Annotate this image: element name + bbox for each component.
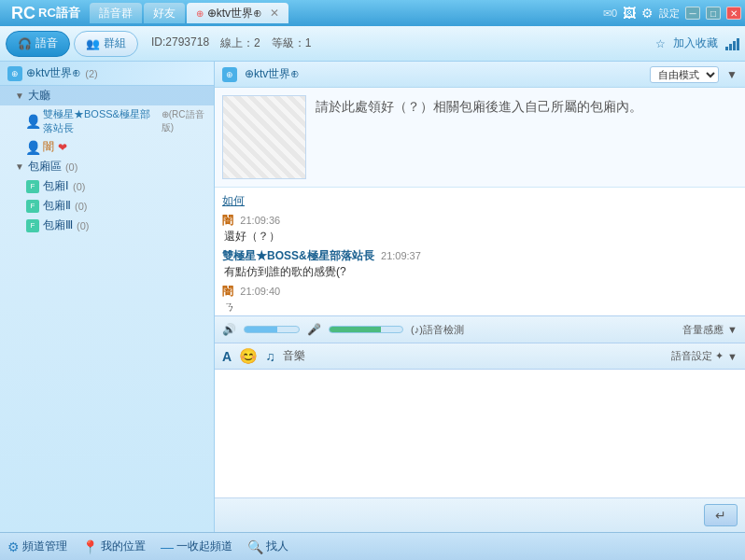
location-icon: 📍 <box>82 539 98 554</box>
tab-haoyou-label: 好友 <box>153 6 176 21</box>
dropdown-icon[interactable]: ▼ <box>727 324 738 335</box>
user-icon: 👤 <box>26 115 39 128</box>
channel-events-label: ▼ <box>726 68 738 81</box>
music-icon: ♫ <box>265 349 275 364</box>
title-bar: RC RC語音 語音群 好友 ⊕ ⊕ktv世界⊕ ✕ ✉0 🖼 ⚙ 設定 ─ □… <box>0 0 745 26</box>
sidebar: ⊕ ⊕ktv世界⊕ (2) ▼ 大廳 👤 雙極星★BOSS&極星部落站長 ⊕(R… <box>0 62 215 532</box>
input-toolbar: A 😊 ♫ 音樂 語音設定 ✦ ▼ <box>215 343 745 370</box>
app-logo: RC RC語音 <box>4 4 88 23</box>
notification-icon: ✉0 <box>603 7 617 20</box>
nav-qunzu-label: 群組 <box>104 35 126 51</box>
text-input[interactable] <box>215 370 745 497</box>
sidebar-room-3[interactable]: F 包廂Ⅲ (0) <box>0 216 214 235</box>
settings-icon[interactable]: ⚙ <box>641 6 654 21</box>
volume-slider[interactable] <box>244 326 300 333</box>
room-2-label: 包廂Ⅱ <box>43 198 71 214</box>
expand-icon-2: ▼ <box>15 161 24 172</box>
heart-icon: ❤ <box>58 141 67 154</box>
chat-channel-icon: ⊕ <box>222 67 237 82</box>
msg-user-an-2: 闇 <box>222 285 233 298</box>
collect-channel-label: 一收起頻道 <box>176 539 232 554</box>
sidebar-user-boss[interactable]: 👤 雙極星★BOSS&極星部落站長 ⊕(RC語音版) <box>0 105 214 137</box>
msg-time-3: 21:09:40 <box>240 286 280 297</box>
font-button[interactable]: A <box>222 349 232 364</box>
room-1-label: 包廂Ⅰ <box>43 178 69 194</box>
chat-area: ⊕ ⊕ktv世界⊕ 自由模式 頻道事件 ▼ 請於此處領好（？）相關包廂後進入自己… <box>215 62 745 532</box>
chat-title: ⊕ktv世界⊕ <box>245 66 300 82</box>
audio-right: 音量感應 ▼ <box>682 323 738 337</box>
msg-content-2: 有點仿到誰的歌的感覺(? <box>222 264 738 280</box>
text-input-wrapper <box>215 370 745 498</box>
online-count: 線上：2 <box>220 35 260 51</box>
tab-yuyin-label: 語音群 <box>99 6 133 21</box>
settings-dropdown-icon[interactable]: ▼ <box>727 351 738 362</box>
sidebar-root-label: ⊕ktv世界⊕ <box>26 65 81 81</box>
collect-icon: — <box>161 539 174 554</box>
sidebar-item-dating[interactable]: ▼ 大廳 <box>0 86 214 105</box>
nav-info: ID:2793718 線上：2 等級：1 <box>151 35 311 51</box>
tab-ktv[interactable]: ⊕ ⊕ktv世界⊕ ✕ <box>187 3 288 23</box>
group-icon: 👥 <box>86 37 100 50</box>
chat-header-controls: 自由模式 頻道事件 ▼ <box>650 66 738 83</box>
minimize-button[interactable]: ─ <box>685 7 700 20</box>
nav-qunzu-button[interactable]: 👥 群組 <box>74 31 138 57</box>
signal-icon <box>725 37 739 50</box>
msg-row-link: 如何 <box>222 193 738 209</box>
channel-manage-button[interactable]: ⚙ 頻道管理 <box>7 539 67 554</box>
table-row: 雙極星★BOSS&極星部落站長 21:09:37 有點仿到誰的歌的感覺(? <box>222 248 738 280</box>
room-icon-2: F <box>26 200 39 213</box>
send-button-area: ↵ <box>215 498 745 532</box>
msg-link[interactable]: 如何 <box>222 193 738 209</box>
maximize-button[interactable]: □ <box>706 7 721 20</box>
app-name: RC語音 <box>38 5 80 21</box>
dating-label: 大廳 <box>28 88 50 104</box>
volume-icon: 🔊 <box>222 323 236 336</box>
messages-list: 如何 闇 21:09:36 還好（？） 雙極星★BOSS&極星部落站長 21:0… <box>215 188 745 315</box>
mic-slider[interactable] <box>329 326 403 333</box>
headphone-icon: 🎧 <box>18 37 32 50</box>
room-icon-1: F <box>26 180 39 193</box>
collect-channel-button[interactable]: — 一收起頻道 <box>161 539 232 554</box>
main-layout: ⊕ ⊕ktv世界⊕ (2) ▼ 大廳 👤 雙極星★BOSS&極星部落站長 ⊕(R… <box>0 62 745 532</box>
sidebar-user-an[interactable]: 👤 闇 ❤ <box>0 137 214 157</box>
star-icon: ☆ <box>655 37 666 50</box>
sidebar-room-2[interactable]: F 包廂Ⅱ (0) <box>0 196 214 216</box>
emoji-button[interactable]: 😊 <box>239 347 258 365</box>
screenshot-icon[interactable]: 🖼 <box>623 6 636 21</box>
user-an-label: 闇 <box>43 139 54 155</box>
user-level: 等級：1 <box>272 35 312 51</box>
close-button[interactable]: ✕ <box>726 7 741 20</box>
tab-yuyin[interactable]: 語音群 <box>90 3 142 23</box>
room-2-count: (0) <box>75 201 87 212</box>
room-3-count: (0) <box>77 220 89 231</box>
expand-icon: ▼ <box>15 91 24 101</box>
find-people-button[interactable]: 🔍 找人 <box>247 539 288 554</box>
tab-haoyou[interactable]: 好友 <box>144 3 185 23</box>
my-location-label: 我的位置 <box>101 539 146 554</box>
sidebar-room-1[interactable]: F 包廂Ⅰ (0) <box>0 176 214 196</box>
nav-right: ☆ 加入收藏 <box>655 35 739 51</box>
tab-close-icon[interactable]: ✕ <box>270 7 279 20</box>
sidebar-item-rooms[interactable]: ▼ 包廂區 (0) <box>0 157 214 176</box>
sidebar-root-count: (2) <box>85 68 97 79</box>
voice-settings-label: 語音設定 ✦ <box>671 349 724 363</box>
msg-content-3: ㄋ <box>222 300 738 315</box>
gear-icon: ⚙ <box>7 539 20 554</box>
settings-label: 設定 <box>659 7 680 21</box>
welcome-area: 請於此處領好（？）相關包廂後進入自己所屬的包廂內。 <box>215 88 745 188</box>
my-location-button[interactable]: 📍 我的位置 <box>82 539 146 554</box>
channel-icon: ⊕ <box>7 66 22 81</box>
sidebar-root[interactable]: ⊕ ⊕ktv世界⊕ (2) <box>0 62 214 86</box>
msg-time-1: 21:09:36 <box>240 215 280 226</box>
bookmark-button[interactable]: 加入收藏 <box>673 35 718 51</box>
find-people-label: 找人 <box>266 539 288 554</box>
table-row: 闇 21:09:36 還好（？） <box>222 213 738 245</box>
rooms-label: 包廂區 <box>28 159 62 175</box>
window-controls: ✉0 🖼 ⚙ 設定 ─ □ ✕ <box>603 6 741 21</box>
sensitivity-label: 音量感應 <box>682 323 724 337</box>
mode-select[interactable]: 自由模式 頻道事件 <box>650 66 719 83</box>
nav-yuyin-button[interactable]: 🎧 語音 <box>6 31 70 57</box>
bottom-bar: ⚙ 頻道管理 📍 我的位置 — 一收起頻道 🔍 找人 <box>0 532 745 560</box>
send-button[interactable]: ↵ <box>704 504 738 526</box>
room-3-label: 包廂Ⅲ <box>43 217 73 233</box>
